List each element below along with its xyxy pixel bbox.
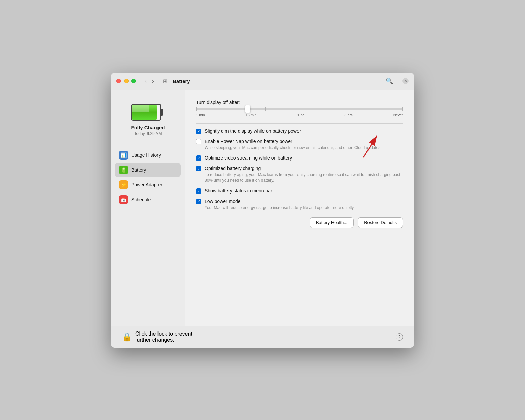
sidebar-nav: 📊 Usage History 🔋 Battery ⚡ Power Adapte…: [111, 148, 185, 207]
optimize-video-row: ✓ Optimize video streaming while on batt…: [196, 155, 403, 161]
divider-1: [196, 123, 403, 124]
power-adapter-icon: ⚡: [119, 180, 128, 189]
battery-icon: [131, 104, 165, 121]
display-off-section: Turn display off after:: [196, 100, 403, 117]
power-nap-checkbox[interactable]: [196, 139, 201, 144]
show-status-content: Show battery status in menu bar: [205, 188, 403, 194]
battery-tip: [161, 109, 163, 116]
power-nap-label: Enable Power Nap while on battery power: [205, 139, 403, 144]
low-power-label: Low power mode: [205, 199, 403, 204]
slider-3hrs-label: 3 hrs: [344, 113, 352, 117]
tick-4: [265, 107, 266, 111]
optimize-video-checkbox[interactable]: ✓: [196, 155, 201, 161]
sidebar-item-schedule[interactable]: 📅 Schedule: [115, 193, 181, 207]
slider-label: Turn display off after:: [196, 100, 403, 105]
lock-icon[interactable]: 🔒: [122, 332, 132, 342]
slider-15min-label: 15 min: [246, 113, 257, 117]
optimize-video-content: Optimize video streaming while on batter…: [205, 155, 403, 161]
optimized-charging-row: ✓ Optimized battery charging To reduce b…: [196, 166, 403, 183]
show-status-row: ✓ Show battery status in menu bar: [196, 188, 403, 194]
lock-text-line2: further changes.: [135, 337, 193, 343]
minimize-traffic-light[interactable]: [124, 79, 129, 83]
dim-display-checkbox[interactable]: ✓: [196, 129, 201, 134]
schedule-icon: 📅: [119, 195, 128, 204]
tick-3: [242, 107, 242, 111]
battery-body: [131, 104, 161, 121]
power-nap-row: Enable Power Nap while on battery power …: [196, 139, 403, 151]
grid-icon[interactable]: ⊞: [163, 78, 167, 84]
slider-max-label: Never: [393, 113, 403, 117]
tick-2: [219, 107, 219, 111]
close-icon: ✕: [404, 79, 407, 83]
checkboxes-section: ✓ Slightly dim the display while on batt…: [196, 128, 403, 211]
low-power-checkbox[interactable]: ✓: [196, 199, 201, 204]
optimized-charging-content: Optimized battery charging To reduce bat…: [205, 166, 403, 183]
slider-1hr-label: 1 hr: [298, 113, 304, 117]
tick-10: [403, 107, 403, 111]
battery-status-container: Fully Charged Today, 9:29 AM: [131, 104, 165, 136]
nav-buttons: ‹ ›: [143, 77, 156, 85]
lock-text-line1: Click the lock to prevent: [135, 331, 193, 337]
low-power-desc: Your Mac will reduce energy usage to inc…: [205, 205, 403, 211]
optimized-charging-checkbox[interactable]: ✓: [196, 166, 201, 171]
battery-time-label: Today, 9:29 AM: [134, 131, 162, 136]
low-power-row: ✓ Low power mode Your Mac will reduce en…: [196, 199, 403, 211]
sidebar-label-power-adapter: Power Adapter: [131, 182, 162, 187]
slider-labels: 1 min 15 min 1 hr 3 hrs Never: [196, 113, 403, 117]
power-nap-desc: While sleeping, your Mac can periodicall…: [205, 145, 403, 151]
help-button[interactable]: ?: [396, 333, 403, 341]
slider-wrapper: [196, 108, 403, 111]
sidebar-item-usage-history[interactable]: 📊 Usage History: [115, 148, 181, 162]
low-power-content: Low power mode Your Mac will reduce ener…: [205, 199, 403, 211]
tick-5: [288, 107, 288, 111]
dim-display-label: Slightly dim the display while on batter…: [205, 128, 403, 134]
tick-1: [196, 107, 197, 111]
fullscreen-traffic-light[interactable]: [131, 79, 136, 83]
battery-sheen: [132, 105, 149, 112]
settings-panel: Turn display off after:: [185, 90, 414, 326]
restore-defaults-button[interactable]: Restore Defaults: [358, 217, 403, 228]
bottom-bar: 🔒 Click the lock to prevent further chan…: [111, 326, 414, 348]
titlebar: ‹ › ⊞ Battery 🔍 ✕: [111, 73, 414, 90]
back-button[interactable]: ‹: [143, 77, 149, 85]
close-traffic-light[interactable]: [116, 79, 121, 83]
traffic-lights: [116, 79, 136, 83]
sidebar-label-usage-history: Usage History: [131, 152, 161, 158]
optimized-charging-label: Optimized battery charging: [205, 166, 403, 171]
show-status-label: Show battery status in menu bar: [205, 188, 403, 194]
slider-thumb[interactable]: [245, 105, 250, 113]
dim-display-content: Slightly dim the display while on batter…: [205, 128, 403, 134]
usage-history-icon: 📊: [119, 151, 128, 160]
sidebar: Fully Charged Today, 9:29 AM 📊 Usage His…: [111, 90, 185, 326]
battery-status-label: Fully Charged: [131, 125, 165, 130]
power-nap-content: Enable Power Nap while on battery power …: [205, 139, 403, 151]
slider-ticks: [196, 107, 403, 111]
main-action-buttons: Battery Health... Restore Defaults: [196, 217, 403, 231]
search-icon[interactable]: 🔍: [386, 77, 393, 85]
sidebar-item-battery[interactable]: 🔋 Battery: [115, 163, 181, 177]
system-preferences-window: ‹ › ⊞ Battery 🔍 ✕ Fully Charged: [111, 73, 414, 348]
battery-fill: [132, 105, 157, 120]
battery-menu-icon: 🔋: [119, 166, 128, 174]
main-content-area: Fully Charged Today, 9:29 AM 📊 Usage His…: [111, 90, 414, 326]
tick-9: [380, 107, 380, 111]
sidebar-label-schedule: Schedule: [131, 197, 151, 202]
tick-7: [334, 107, 334, 111]
show-status-checkbox[interactable]: ✓: [196, 188, 201, 194]
dim-display-row: ✓ Slightly dim the display while on batt…: [196, 128, 403, 134]
forward-button[interactable]: ›: [150, 77, 156, 85]
close-button[interactable]: ✕: [403, 78, 409, 84]
sidebar-item-power-adapter[interactable]: ⚡ Power Adapter: [115, 178, 181, 192]
slider-min-label: 1 min: [196, 113, 205, 117]
lock-text-container: Click the lock to prevent further change…: [135, 331, 193, 343]
tick-8: [357, 107, 357, 111]
sidebar-label-battery: Battery: [131, 167, 146, 173]
battery-health-button[interactable]: Battery Health...: [310, 217, 354, 228]
window-title: Battery: [173, 78, 190, 84]
optimized-charging-desc: To reduce battery aging, your Mac learns…: [205, 172, 403, 183]
tick-6: [311, 107, 311, 111]
slider-track: [196, 108, 403, 110]
optimize-video-label: Optimize video streaming while on batter…: [205, 155, 403, 161]
lock-section: 🔒 Click the lock to prevent further chan…: [122, 331, 396, 343]
